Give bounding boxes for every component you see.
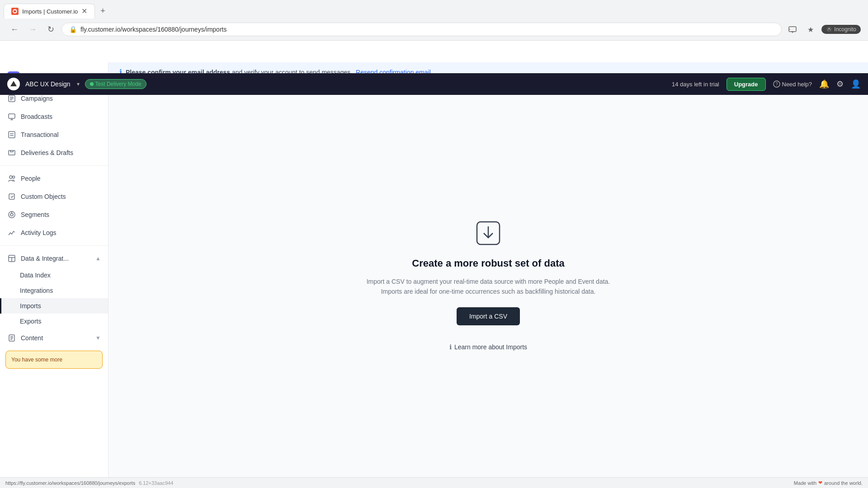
test-mode-dot <box>90 82 94 86</box>
imports-label: Imports <box>20 302 41 310</box>
made-with-text: Made with <box>794 480 816 486</box>
broadcasts-icon <box>7 112 16 121</box>
svg-rect-23 <box>9 194 14 199</box>
deliveries-icon <box>7 148 16 157</box>
learn-more-link[interactable]: ℹ Learn more about Imports <box>449 343 527 351</box>
version-text: 6.12+33aac944 <box>139 480 173 486</box>
broadcasts-label: Broadcasts <box>21 113 52 120</box>
import-csv-button[interactable]: Import a CSV <box>457 307 520 325</box>
sidebar-item-content[interactable]: Content ▼ <box>0 329 108 347</box>
incognito-label: Incognito <box>834 26 856 33</box>
sidebar-item-broadcasts[interactable]: Broadcasts <box>0 108 108 126</box>
data-integration-label: Data & Integrat... <box>21 255 69 262</box>
incognito-badge[interactable]: Incognito <box>821 25 861 34</box>
content-icon <box>7 333 16 343</box>
workspace-chevron-icon[interactable]: ▾ <box>77 81 80 87</box>
tab-close-button[interactable]: ✕ <box>81 8 87 15</box>
you-have-more-banner[interactable]: You have some more <box>5 351 103 369</box>
tab-favicon <box>11 8 19 15</box>
learn-more-info-icon: ℹ <box>449 343 452 351</box>
back-button[interactable]: ← <box>7 22 22 37</box>
sidebar-sub-item-imports[interactable]: Imports <box>0 298 108 314</box>
url-text: fly.customer.io/workspaces/160880/journe… <box>80 26 226 33</box>
data-index-label: Data Index <box>20 272 51 279</box>
url-bar[interactable]: 🔒 fly.customer.io/workspaces/160880/jour… <box>61 23 782 36</box>
sidebar-sub-item-integrations[interactable]: Integrations <box>0 283 108 298</box>
data-integration-chevron-icon: ▲ <box>95 255 101 262</box>
bookmark-icon[interactable]: ★ <box>803 22 818 37</box>
transactional-label: Transactional <box>21 131 59 138</box>
svg-rect-17 <box>9 131 15 138</box>
refresh-button[interactable]: ↻ <box>43 22 58 37</box>
custom-objects-icon <box>7 192 16 201</box>
exports-label: Exports <box>20 318 41 325</box>
sidebar-item-segments[interactable]: Segments <box>0 206 108 224</box>
settings-icon[interactable]: ⚙ <box>836 79 844 89</box>
test-mode-badge[interactable]: Test Delivery Mode <box>85 79 146 89</box>
deliveries-label: Deliveries & Drafts <box>21 149 73 156</box>
sidebar-item-transactional[interactable]: Transactional <box>0 126 108 144</box>
campaigns-label: Campaigns <box>21 95 53 102</box>
segments-label: Segments <box>21 211 49 218</box>
test-mode-label: Test Delivery Mode <box>95 81 142 87</box>
activity-logs-icon <box>7 228 16 237</box>
svg-point-5 <box>826 27 832 32</box>
people-icon <box>7 174 16 183</box>
user-avatar[interactable]: 👤 <box>851 79 861 89</box>
import-title: Create a more robust set of data <box>412 258 564 269</box>
status-url: https://fly.customer.io/workspaces/16088… <box>5 480 135 486</box>
svg-point-22 <box>13 176 15 178</box>
data-integration-icon <box>7 254 16 263</box>
learn-more-text: Learn more about Imports <box>454 343 527 351</box>
campaigns-icon <box>7 94 16 103</box>
around-world-text: around the world. <box>824 480 863 486</box>
svg-rect-14 <box>9 114 15 118</box>
upgrade-button[interactable]: Upgrade <box>726 78 766 91</box>
new-tab-button[interactable]: + <box>95 4 111 19</box>
forward-button[interactable]: → <box>25 22 40 37</box>
browser-tab[interactable]: Imports | Customer.io ✕ <box>4 4 95 19</box>
app-topbar: ABC UX Design ▾ Test Delivery Mode 14 da… <box>0 73 868 95</box>
svg-point-25 <box>10 213 13 216</box>
sidebar-sub-item-data-index[interactable]: Data Index <box>0 267 108 283</box>
sidebar: ✕ Campaigns Broadcasts <box>0 62 108 488</box>
trial-text: 14 days left in trial <box>672 81 719 88</box>
app-logo <box>7 78 20 90</box>
content-chevron-icon: ▼ <box>95 335 101 341</box>
custom-objects-label: Custom Objects <box>21 193 66 200</box>
screen-share-icon[interactable] <box>785 22 800 37</box>
sidebar-item-people[interactable]: People <box>0 169 108 188</box>
activity-logs-label: Activity Logs <box>21 229 57 236</box>
main-content: ℹ Please confirm your email address and … <box>108 62 868 488</box>
svg-text:?: ? <box>775 82 778 87</box>
heart-icon: ❤ <box>818 480 822 486</box>
sidebar-item-activity-logs[interactable]: Activity Logs <box>0 224 108 242</box>
status-bar: https://fly.customer.io/workspaces/16088… <box>0 477 868 488</box>
sidebar-item-deliveries[interactable]: Deliveries & Drafts <box>0 144 108 162</box>
tab-title: Imports | Customer.io <box>22 8 78 15</box>
sidebar-sub-item-exports[interactable]: Exports <box>0 314 108 329</box>
sidebar-item-custom-objects[interactable]: Custom Objects <box>0 188 108 206</box>
import-area: Create a more robust set of data Import … <box>108 82 868 488</box>
svg-point-21 <box>9 176 12 178</box>
lock-icon: 🔒 <box>69 26 77 33</box>
need-help-button[interactable]: ? Need help? <box>773 80 812 88</box>
svg-point-6 <box>829 28 830 29</box>
sidebar-item-data-integration[interactable]: Data & Integrat... ▲ <box>0 249 108 267</box>
segments-icon <box>7 210 16 219</box>
import-download-icon <box>475 220 502 247</box>
integrations-label: Integrations <box>20 287 53 294</box>
import-description: Import a CSV to augment your real-time d… <box>362 277 615 297</box>
content-label: Content <box>21 334 43 342</box>
svg-rect-20 <box>9 150 15 155</box>
workspace-name[interactable]: ABC UX Design <box>25 80 71 88</box>
transactional-icon <box>7 130 16 139</box>
notifications-icon[interactable]: 🔔 <box>819 79 829 89</box>
people-label: People <box>21 175 41 182</box>
